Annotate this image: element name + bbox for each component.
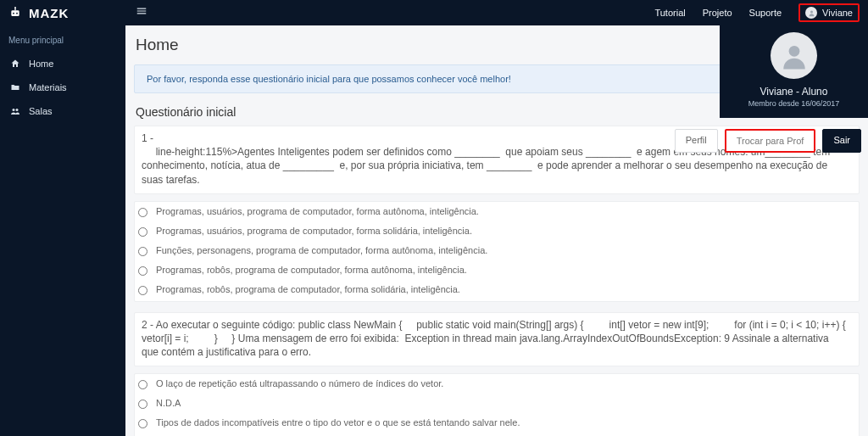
- sidebar-item-label: Salas: [29, 106, 53, 116]
- svg-rect-3: [14, 8, 15, 11]
- option-row[interactable]: Tipos de dados incompatíveis entre o tip…: [138, 413, 855, 433]
- link-projeto[interactable]: Projeto: [703, 8, 732, 18]
- user-menu-toggle[interactable]: Viviane: [798, 3, 860, 22]
- user-icon: [808, 9, 815, 17]
- hamburger-icon: [136, 5, 147, 17]
- panel-user-sub: Membro desde 16/06/2017: [726, 99, 861, 108]
- svg-point-4: [14, 7, 16, 8]
- svg-point-1: [13, 13, 14, 14]
- option-row[interactable]: Programas, usuários, programa de computa…: [138, 221, 855, 241]
- option-radio[interactable]: [138, 419, 147, 428]
- option-label: Programas, usuários, programa de computa…: [156, 226, 472, 236]
- user-chip-label: Viviane: [822, 8, 853, 18]
- link-tutorial[interactable]: Tutorial: [654, 8, 685, 18]
- option-row[interactable]: Funções, personagens, programa de comput…: [138, 241, 855, 260]
- sidebar-item-home[interactable]: Home: [0, 52, 125, 75]
- top-links: Tutorial Projeto Suporte Viviane: [654, 3, 860, 22]
- panel-buttons: Perfil Trocar para Prof Sair: [675, 129, 861, 153]
- folder-icon: [10, 82, 20, 92]
- svg-point-7: [810, 10, 813, 13]
- option-row[interactable]: N.D.A: [138, 394, 855, 413]
- toggle-sidebar-button[interactable]: [136, 5, 147, 20]
- sidebar: MAZK Menu principal Home Materiais Salas: [0, 0, 125, 436]
- option-label: Programas, usuários, programa de computa…: [156, 206, 479, 216]
- option-radio[interactable]: [138, 400, 147, 409]
- question-text: 2 - Ao executar o seguinte código: publi…: [142, 318, 849, 360]
- option-label: Programas, robôs, programa de computador…: [156, 284, 460, 294]
- sidebar-item-label: Materiais: [29, 82, 67, 92]
- brand: MAZK: [0, 0, 125, 25]
- user-panel: Viviane - Aluno Membro desde 16/06/2017: [720, 25, 868, 118]
- option-row[interactable]: Programas, usuários, programa de computa…: [138, 202, 855, 221]
- link-suporte[interactable]: Suporte: [749, 8, 782, 18]
- avatar: [771, 32, 817, 79]
- avatar: [805, 7, 817, 19]
- logout-button[interactable]: Sair: [822, 129, 861, 153]
- option-label: O laço de repetição está ultrapassando o…: [156, 378, 443, 388]
- svg-point-8: [788, 45, 799, 56]
- home-icon: [10, 59, 20, 69]
- svg-point-6: [16, 109, 19, 111]
- option-row[interactable]: O laço de repetição está ultrapassando o…: [138, 374, 855, 394]
- menu-title: Menu principal: [0, 25, 125, 52]
- sidebar-item-salas[interactable]: Salas: [0, 99, 125, 123]
- sidebar-item-label: Home: [29, 59, 53, 69]
- question-card: 2 - Ao executar o seguinte código: publi…: [134, 312, 860, 367]
- option-label: Funções, personagens, programa de comput…: [156, 245, 487, 255]
- swap-role-button[interactable]: Trocar para Prof: [725, 129, 816, 153]
- svg-point-2: [16, 13, 18, 14]
- option-radio[interactable]: [138, 266, 147, 276]
- panel-user-name: Viviane - Aluno: [726, 86, 861, 98]
- option-row[interactable]: A declaração do vetor está incorreta.: [138, 433, 855, 436]
- option-radio[interactable]: [138, 227, 147, 237]
- option-row[interactable]: Programas, robôs, programa de computador…: [138, 280, 855, 299]
- svg-point-5: [13, 109, 15, 111]
- users-icon: [10, 106, 20, 116]
- option-radio[interactable]: [138, 286, 147, 295]
- topbar: Tutorial Projeto Suporte Viviane: [125, 0, 868, 25]
- svg-rect-0: [11, 10, 19, 16]
- options-card: O laço de repetição está ultrapassando o…: [134, 373, 860, 436]
- option-row[interactable]: Programas, robôs, programa de computador…: [138, 260, 855, 280]
- perfil-button[interactable]: Perfil: [675, 129, 718, 153]
- option-radio[interactable]: [138, 380, 147, 389]
- robot-icon: [8, 6, 22, 20]
- options-card: Programas, usuários, programa de computa…: [134, 201, 860, 302]
- user-icon: [780, 42, 809, 70]
- option-label: N.D.A: [156, 398, 181, 408]
- brand-text: MAZK: [29, 6, 69, 20]
- sidebar-item-materiais[interactable]: Materiais: [0, 75, 125, 99]
- option-radio[interactable]: [138, 247, 147, 256]
- option-label: Programas, robôs, programa de computador…: [156, 265, 467, 275]
- option-radio[interactable]: [138, 208, 147, 217]
- option-label: Tipos de dados incompatíveis entre o tip…: [156, 417, 520, 428]
